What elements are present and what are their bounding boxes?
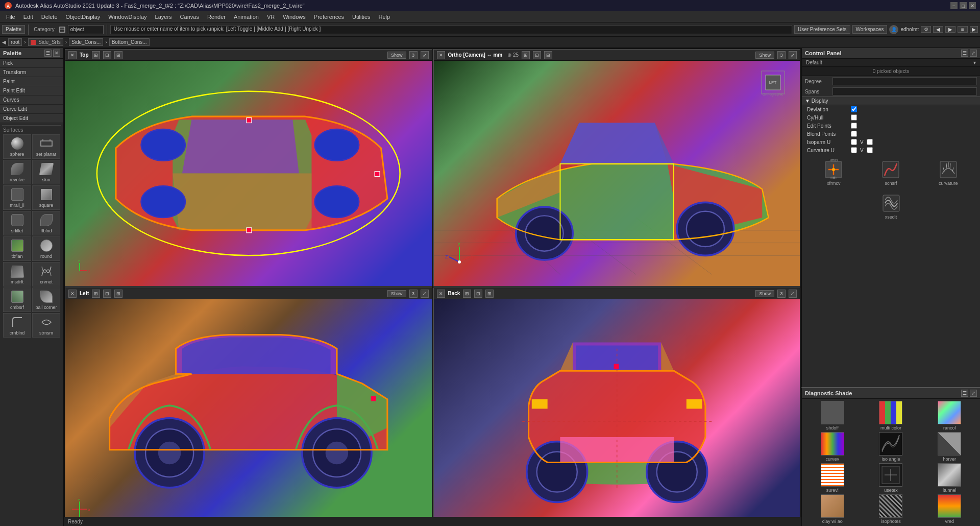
vp-top-expand[interactable]: ⤢	[421, 51, 429, 59]
cp-display-section[interactable]: ▼ Display	[802, 97, 980, 105]
shader-rancol[interactable]: rancol	[921, 401, 978, 431]
viewport-top-content[interactable]: X Y	[65, 61, 432, 286]
toolbar-icon-3[interactable]: ▶	[945, 26, 955, 33]
vp-top-show-btn[interactable]: Show	[387, 52, 406, 59]
vp-back-num[interactable]: 3	[777, 290, 786, 298]
tool-crnblnd[interactable]: crnblnd	[3, 313, 31, 338]
menu-edit[interactable]: Edit	[19, 13, 37, 21]
vp-top-icon2[interactable]: ⊡	[103, 51, 111, 59]
vp-persp-close[interactable]: ✕	[437, 51, 445, 59]
tool-xsedit[interactable]: xsedit	[802, 190, 980, 222]
tool-cmbsrf[interactable]: cmbsrf	[3, 288, 31, 312]
tool-mrail-ii[interactable]: mrail_ii	[3, 185, 31, 210]
shader-multi-color[interactable]: multi color	[863, 401, 920, 431]
vp-top-icon1[interactable]: ⊞	[92, 51, 100, 59]
vp-left-close[interactable]: ✕	[68, 290, 77, 298]
tool-skin[interactable]: skin	[32, 160, 60, 184]
vp-top-close[interactable]: ✕	[68, 51, 77, 59]
palette-transform-btn[interactable]: Transform	[0, 68, 63, 77]
vp-persp-expand[interactable]: ⤢	[789, 51, 797, 59]
cp-degree-input[interactable]	[832, 77, 977, 85]
vp-back-icon3[interactable]: ⊞	[485, 290, 494, 298]
tool-scnsrf[interactable]: scnsrf	[879, 158, 902, 186]
shader-shdoff[interactable]: shdoff	[804, 401, 861, 431]
menu-canvas[interactable]: Canvas	[176, 13, 203, 21]
palette-pick-btn[interactable]: Pick	[0, 59, 63, 68]
cp-spans-input[interactable]	[832, 87, 977, 95]
shader-isophotes[interactable]: isophotes	[863, 494, 920, 524]
menu-layers[interactable]: Layers	[151, 13, 176, 21]
tool-sphere[interactable]: sphere	[3, 134, 31, 159]
tool-xfrmcv[interactable]: min +max xfrmcv	[822, 158, 845, 186]
minimize-button[interactable]: −	[950, 2, 958, 9]
tool-msdrft[interactable]: msdrft	[3, 262, 31, 286]
cp-deviation-checkbox[interactable]	[851, 106, 857, 112]
palette-curve-edit-btn[interactable]: Curve Edit	[0, 105, 63, 114]
vp-back-show-btn[interactable]: Show	[755, 290, 774, 297]
menu-vr[interactable]: VR	[263, 13, 279, 21]
vp-left-icon3[interactable]: ⊞	[114, 290, 122, 298]
shader-horver[interactable]: horver	[921, 432, 978, 462]
shader-ltunnel[interactable]: ltunnel	[921, 463, 978, 493]
viewport-back-content[interactable]	[434, 299, 800, 524]
palette-paint-btn[interactable]: Paint	[0, 77, 63, 86]
vp-left-show-btn[interactable]: Show	[387, 290, 406, 297]
tool-curvature[interactable]: curvature	[937, 158, 960, 186]
vp-persp-num[interactable]: 3	[777, 51, 786, 59]
menu-help[interactable]: Help	[375, 13, 395, 21]
palette-curves-btn[interactable]: Curves	[0, 95, 63, 105]
user-prefs-button[interactable]: User Preference Sets	[794, 25, 850, 34]
vp-persp-icon2[interactable]: ⊡	[533, 51, 541, 59]
menu-objectdisplay[interactable]: ObjectDisplay	[62, 13, 105, 21]
cp-curvature-v-checkbox[interactable]	[867, 147, 873, 153]
diag-menu-btn[interactable]: ☰	[961, 390, 968, 397]
shader-vred[interactable]: vred	[921, 494, 978, 524]
palette-paint-edit-btn[interactable]: Paint Edit	[0, 86, 63, 95]
restore-button[interactable]: □	[960, 2, 967, 9]
palette-object-edit-btn[interactable]: Object Edit	[0, 114, 63, 123]
menu-render[interactable]: Render	[203, 13, 230, 21]
vp-top-icon3[interactable]: ⊞	[114, 51, 122, 59]
toolbar-icon-1[interactable]: ⚙	[921, 26, 931, 33]
vp-left-expand[interactable]: ⤢	[421, 290, 429, 298]
shader-curvev[interactable]: curvev	[804, 432, 861, 462]
shader-surevl[interactable]: surevl	[804, 463, 861, 493]
pathbar-bottom-cons[interactable]: Bottom_Cons...	[109, 38, 150, 46]
vp-left-num[interactable]: 3	[409, 290, 418, 298]
tool-round[interactable]: round	[32, 236, 60, 261]
workspaces-button[interactable]: Workspaces	[852, 25, 888, 34]
menu-utilities[interactable]: Utilities	[348, 13, 374, 21]
cp-expand-btn[interactable]: ⤢	[970, 50, 977, 57]
vp-left-icon1[interactable]: ⊞	[92, 290, 100, 298]
menu-file[interactable]: File	[2, 13, 19, 21]
viewport-left-content[interactable]: X Y	[65, 299, 432, 524]
pathbar-side-cons[interactable]: Side_Cons...	[69, 38, 103, 46]
pathbar-root[interactable]: root	[8, 38, 22, 46]
tool-ball-corner[interactable]: ball corner	[32, 288, 60, 312]
shader-usetex[interactable]: usetex	[863, 463, 920, 493]
toolbar-icon-2[interactable]: ◀	[933, 26, 943, 33]
cp-curvature-u-checkbox[interactable]	[851, 147, 857, 153]
vp-back-icon1[interactable]: ⊞	[463, 290, 471, 298]
tool-srfillet[interactable]: srfillet	[3, 211, 31, 235]
close-button[interactable]: ✕	[969, 2, 976, 9]
vp-left-icon2[interactable]: ⊡	[103, 290, 111, 298]
menu-delete[interactable]: Delete	[37, 13, 62, 21]
cp-isoparm-u-checkbox[interactable]	[851, 139, 857, 145]
shader-iso-angle[interactable]: iso angle	[863, 432, 920, 462]
toolbar-object-input[interactable]	[68, 25, 104, 34]
cp-isoparm-v-checkbox[interactable]	[867, 139, 873, 145]
vp-back-expand[interactable]: ⤢	[789, 290, 797, 298]
cp-blend-points-checkbox[interactable]	[851, 131, 857, 137]
cp-cy-hull-checkbox[interactable]	[851, 114, 857, 121]
toolbar-expand-btn[interactable]: ▶	[970, 26, 978, 33]
vp-back-icon2[interactable]: ⊡	[474, 290, 482, 298]
tool-strnsm[interactable]: strnsm	[32, 313, 60, 338]
palette-menu-btn[interactable]: ☰	[44, 50, 52, 57]
toolbar-palette-btn[interactable]: Palette	[2, 25, 25, 34]
cp-menu-btn[interactable]: ☰	[961, 50, 968, 57]
vp-persp-show-btn[interactable]: Show	[755, 52, 774, 59]
menu-preferences[interactable]: Preferences	[310, 13, 348, 21]
menu-animation[interactable]: Animation	[230, 13, 263, 21]
tool-ffblnd[interactable]: ffblnd	[32, 211, 60, 235]
